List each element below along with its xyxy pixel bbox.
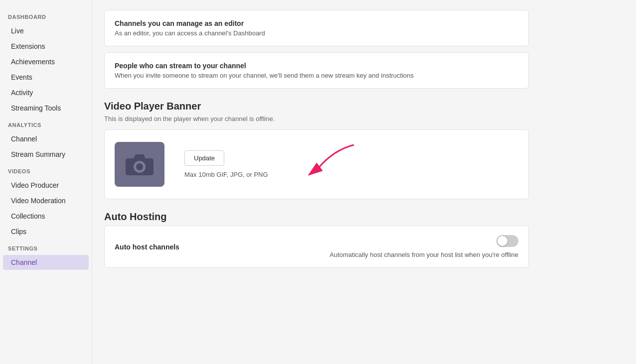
- update-button[interactable]: Update: [184, 150, 224, 166]
- toggle-knob: [497, 236, 507, 246]
- auto-hosting-right: Automatically host channels from your ho…: [329, 235, 518, 258]
- auto-hosting-title: Auto Hosting: [104, 211, 529, 223]
- banner-upload-card: Update Max 10mb GIF, JPG, or PNG: [104, 129, 529, 199]
- sidebar-header-analytics: ANALYTICS: [0, 116, 92, 131]
- sidebar-item-extensions[interactable]: Extensions: [3, 39, 89, 54]
- editors-card-title: Channels you can manage as an editor: [115, 19, 518, 27]
- streamers-card-title: People who can stream to your channel: [115, 62, 518, 70]
- sidebar-item-video-producer[interactable]: Video Producer: [3, 178, 89, 193]
- camera-icon-container: [115, 142, 164, 187]
- sidebar-item-activity[interactable]: Activity: [3, 85, 89, 100]
- sidebar-item-clips[interactable]: Clips: [3, 224, 89, 239]
- upload-action: Update Max 10mb GIF, JPG, or PNG: [184, 150, 268, 178]
- sidebar-item-live[interactable]: Live: [3, 23, 89, 38]
- sidebar-item-video-moderation[interactable]: Video Moderation: [3, 193, 89, 208]
- sidebar-item-achievements[interactable]: Achievements: [3, 54, 89, 69]
- sidebar-item-streaming-tools[interactable]: Streaming Tools: [3, 101, 89, 116]
- streamers-card-desc: When you invite someone to stream on you…: [115, 72, 518, 79]
- sidebar: DASHBOARD Live Extensions Achievements E…: [0, 0, 92, 364]
- sidebar-item-stream-summary[interactable]: Stream Summary: [3, 147, 89, 162]
- video-player-banner-title: Video Player Banner: [104, 101, 529, 112]
- editors-card: Channels you can manage as an editor As …: [104, 10, 529, 46]
- sidebar-header-videos: VIDEOS: [0, 162, 92, 177]
- sidebar-item-events[interactable]: Events: [3, 70, 89, 85]
- auto-hosting-card: Auto host channels Automatically host ch…: [104, 226, 529, 268]
- editors-card-desc: As an editor, you can access a channel's…: [115, 29, 518, 37]
- auto-hosting-desc: Automatically host channels from your ho…: [329, 251, 518, 258]
- sidebar-item-collections[interactable]: Collections: [3, 209, 89, 224]
- video-player-banner-subtitle: This is displayed on the player when you…: [104, 115, 529, 122]
- main-content: Channels you can manage as an editor As …: [92, 0, 636, 364]
- auto-hosting-left: Auto host channels: [115, 243, 179, 251]
- camera-icon: [125, 151, 155, 177]
- auto-host-toggle[interactable]: [496, 235, 518, 247]
- sidebar-item-channel-analytics[interactable]: Channel: [3, 131, 89, 146]
- sidebar-header-settings: SETTINGS: [0, 240, 92, 254]
- arrow-annotation: [254, 140, 364, 190]
- sidebar-item-channel-settings[interactable]: Channel: [3, 255, 89, 270]
- upload-hint: Max 10mb GIF, JPG, or PNG: [184, 171, 268, 178]
- auto-hosting-label: Auto host channels: [115, 243, 179, 251]
- svg-point-1: [136, 163, 143, 170]
- streamers-card: People who can stream to your channel Wh…: [104, 52, 529, 89]
- sidebar-header-dashboard: DASHBOARD: [0, 8, 92, 23]
